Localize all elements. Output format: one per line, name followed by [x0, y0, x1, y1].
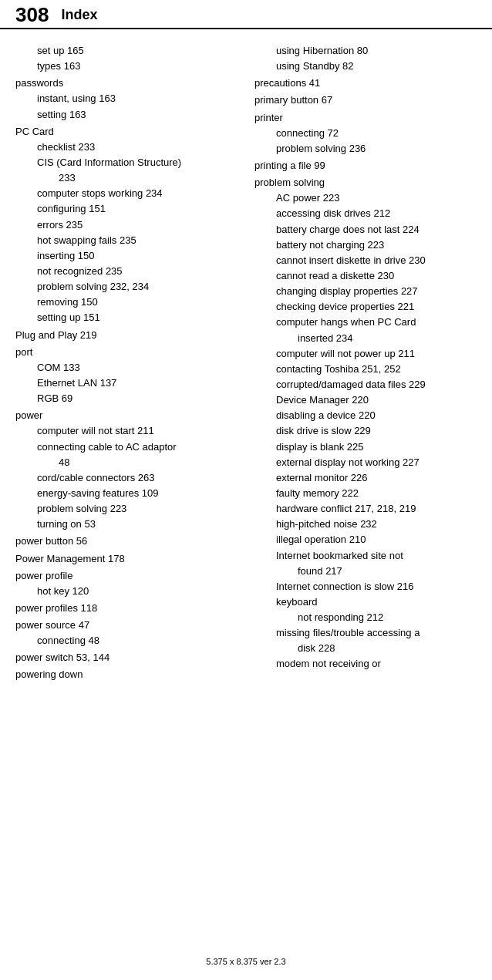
index-entry: illegal operation 210: [254, 532, 492, 547]
index-entry: display is blank 225: [254, 439, 492, 455]
index-entry: modem not receiving or: [254, 656, 492, 672]
index-entry: connecting 48: [15, 633, 239, 648]
index-entry: disk drive is slow 229: [254, 423, 492, 439]
index-entry: power: [15, 408, 239, 423]
index-entry: power button 56: [15, 534, 239, 549]
index-entry: errors 235: [15, 217, 239, 233]
index-entry: accessing disk drives 212: [254, 206, 492, 221]
index-entry: faulty memory 222: [254, 486, 492, 501]
index-entry: battery charge does not last 224: [254, 222, 492, 237]
index-entry: Internet connection is slow 216: [254, 579, 492, 594]
index-entry: 233: [15, 170, 239, 186]
index-entry: checking device properties 221: [254, 299, 492, 315]
index-entry: using Hibernation 80: [254, 43, 492, 59]
index-entry: power profile: [15, 568, 239, 584]
index-entry: setting 163: [15, 107, 239, 123]
index-entry: precautions 41: [254, 76, 492, 91]
index-entry: inserting 150: [15, 248, 239, 264]
page-footer: 5.375 x 8.375 ver 2.3: [0, 957, 492, 966]
index-entry: not responding 212: [254, 610, 492, 625]
index-entry: disk 228: [254, 641, 492, 656]
index-entry: missing files/trouble accessing a: [254, 625, 492, 641]
left-column: set up 165types 163passwordsinstant, usi…: [15, 43, 247, 683]
index-entry: connecting cable to AC adaptor: [15, 439, 239, 455]
index-entry: passwords: [15, 76, 239, 91]
index-entry: power profiles 118: [15, 601, 239, 616]
index-entry: problem solving 223: [15, 501, 239, 517]
index-entry: computer hangs when PC Card: [254, 315, 492, 330]
index-entry: cord/cable connectors 263: [15, 470, 239, 486]
index-entry: hot key 120: [15, 584, 239, 599]
index-entry: Ethernet LAN 137: [15, 375, 239, 391]
index-entry: Plug and Play 219: [15, 328, 239, 343]
page-title: Index: [61, 8, 97, 22]
footer-text: 5.375 x 8.375 ver 2.3: [206, 957, 285, 966]
index-entry: inserted 234: [254, 331, 492, 346]
index-entry: cannot read a diskette 230: [254, 268, 492, 284]
index-entry: computer will not power up 211: [254, 346, 492, 362]
index-entry: cannot insert diskette in drive 230: [254, 253, 492, 268]
index-entry: printing a file 99: [254, 158, 492, 173]
index-entry: connecting 72: [254, 126, 492, 141]
index-entry: found 217: [254, 564, 492, 579]
index-entry: external monitor 226: [254, 470, 492, 486]
index-entry: checklist 233: [15, 140, 239, 155]
index-entry: problem solving: [254, 175, 492, 190]
index-entry: RGB 69: [15, 391, 239, 406]
index-entry: contacting Toshiba 251, 252: [254, 362, 492, 377]
index-entry: computer stops working 234: [15, 186, 239, 201]
index-entry: primary button 67: [254, 93, 492, 108]
right-column: using Hibernation 80using Standby 82prec…: [247, 43, 492, 683]
index-entry: hardware conflict 217, 218, 219: [254, 501, 492, 517]
index-entry: types 163: [15, 59, 239, 74]
index-entry: not recognized 235: [15, 264, 239, 279]
index-entry: PC Card: [15, 124, 239, 140]
index-entry: using Standby 82: [254, 59, 492, 74]
index-entry: power switch 53, 144: [15, 650, 239, 665]
index-entry: changing display properties 227: [254, 284, 492, 299]
content-area: set up 165types 163passwordsinstant, usi…: [0, 29, 492, 729]
index-entry: high-pitched noise 232: [254, 517, 492, 532]
index-entry: Internet bookmarked site not: [254, 548, 492, 564]
index-entry: AC power 223: [254, 190, 492, 206]
index-entry: instant, using 163: [15, 91, 239, 106]
index-entry: removing 150: [15, 295, 239, 310]
index-entry: CIS (Card Information Structure): [15, 155, 239, 170]
index-entry: hot swapping fails 235: [15, 233, 239, 248]
index-entry: problem solving 232, 234: [15, 279, 239, 295]
index-entry: set up 165: [15, 43, 239, 59]
index-entry: disabling a device 220: [254, 408, 492, 423]
index-entry: problem solving 236: [254, 141, 492, 157]
index-entry: battery not charging 223: [254, 237, 492, 253]
index-entry: power source 47: [15, 618, 239, 633]
index-entry: printer: [254, 110, 492, 126]
index-entry: Power Management 178: [15, 551, 239, 567]
page-number: 308: [15, 5, 49, 25]
index-entry: Device Manager 220: [254, 392, 492, 408]
index-entry: powering down: [15, 667, 239, 682]
index-entry: setting up 151: [15, 310, 239, 325]
index-entry: 48: [15, 455, 239, 470]
index-entry: turning on 53: [15, 517, 239, 532]
index-entry: corrupted/damaged data files 229: [254, 377, 492, 392]
index-entry: energy-saving features 109: [15, 486, 239, 501]
index-entry: COM 133: [15, 360, 239, 375]
index-entry: keyboard: [254, 594, 492, 610]
page-header: 308 Index: [0, 0, 492, 29]
index-entry: computer will not start 211: [15, 423, 239, 439]
index-entry: port: [15, 345, 239, 360]
index-entry: configuring 151: [15, 201, 239, 217]
index-entry: external display not working 227: [254, 455, 492, 470]
